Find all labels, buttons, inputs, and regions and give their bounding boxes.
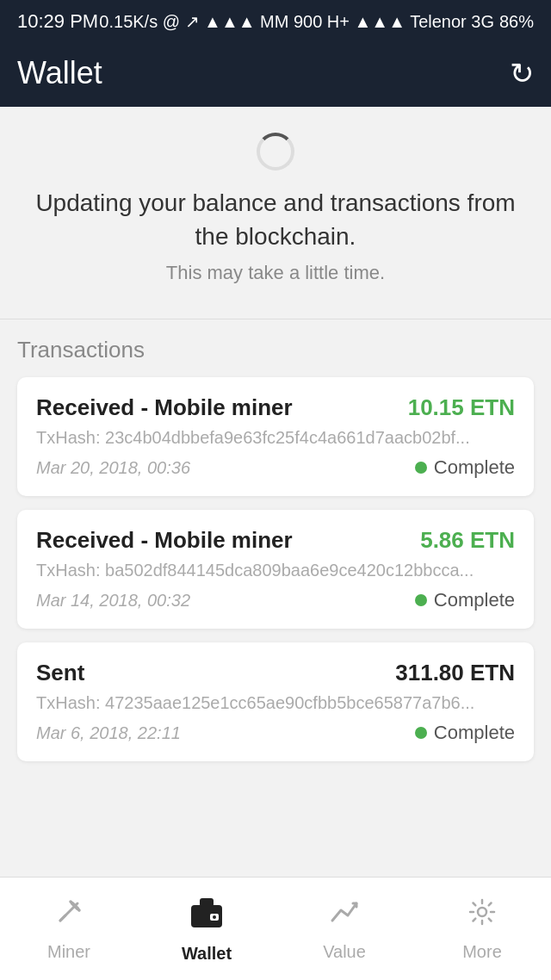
tx-amount-1: 10.15 ETN [408, 394, 515, 421]
sync-section: Updating your balance and transactions f… [0, 107, 551, 301]
tx-date-1: Mar 20, 2018, 00:36 [36, 458, 190, 478]
gear-icon [467, 896, 498, 935]
status-dot-3 [415, 727, 427, 739]
status-battery: 86% [499, 12, 534, 32]
status-bar: 10:29 PM 0.15K/s @ ↗ ▲▲▲ MM 900 H+ ▲▲▲ T… [0, 0, 551, 43]
status-dot-2 [415, 594, 427, 606]
status-dot-1 [415, 462, 427, 474]
tx-date-3: Mar 6, 2018, 22:11 [36, 723, 181, 743]
svg-line-1 [60, 915, 65, 921]
chart-icon [329, 896, 360, 935]
transactions-section: Transactions Received - Mobile miner 10.… [0, 319, 551, 877]
nav-item-more[interactable]: More [413, 878, 551, 980]
nav-label-wallet: Wallet [182, 944, 232, 964]
status-time: 10:29 PM [17, 10, 98, 33]
tx-hash-1: TxHash: 23c4b04dbbefa9e63fc25f4c4a661d7a… [36, 428, 515, 448]
tx-type-3: Sent [36, 660, 84, 686]
svg-rect-5 [200, 898, 214, 907]
transaction-card-2[interactable]: Received - Mobile miner 5.86 ETN TxHash:… [17, 510, 534, 629]
tx-hash-3: TxHash: 47235aae125e1cc65ae90cfbb5bce658… [36, 693, 515, 713]
tx-type-2: Received - Mobile miner [36, 527, 293, 554]
transactions-label: Transactions [17, 337, 534, 363]
bottom-nav: Miner Wallet Value [0, 877, 551, 980]
loading-spinner [257, 133, 294, 171]
pickaxe-icon [53, 896, 84, 935]
nav-item-wallet[interactable]: Wallet [138, 878, 276, 980]
transaction-card-1[interactable]: Received - Mobile miner 10.15 ETN TxHash… [17, 377, 534, 496]
status-network: 0.15K/s @ ↗ ▲▲▲ MM 900 H+ ▲▲▲ Telenor 3G [99, 11, 494, 32]
nav-item-miner[interactable]: Miner [0, 878, 138, 980]
nav-item-value[interactable]: Value [276, 878, 413, 980]
tx-date-2: Mar 14, 2018, 00:32 [36, 591, 190, 611]
tx-type-1: Received - Mobile miner [36, 394, 293, 421]
status-right: 0.15K/s @ ↗ ▲▲▲ MM 900 H+ ▲▲▲ Telenor 3G… [99, 11, 534, 32]
tx-amount-3: 311.80 ETN [395, 660, 515, 686]
tx-status-1: Complete [415, 456, 515, 479]
page-title: Wallet [17, 55, 102, 91]
nav-label-value: Value [323, 942, 366, 962]
tx-status-3: Complete [415, 722, 515, 744]
tx-amount-2: 5.86 ETN [420, 527, 515, 554]
transaction-card-3[interactable]: Sent 311.80 ETN TxHash: 47235aae125e1cc6… [17, 642, 534, 761]
refresh-button[interactable]: ↻ [510, 56, 534, 90]
svg-point-7 [213, 915, 216, 919]
tx-hash-2: TxHash: ba502df844145dca809baa6e9ce420c1… [36, 561, 515, 580]
tx-status-2: Complete [415, 589, 515, 611]
header: Wallet ↻ [0, 43, 551, 107]
svg-point-8 [478, 908, 486, 916]
nav-label-more: More [462, 942, 502, 962]
sync-submessage: This may take a little time. [166, 262, 385, 284]
wallet-icon [188, 895, 226, 937]
sync-message: Updating your balance and transactions f… [35, 186, 515, 253]
nav-label-miner: Miner [47, 942, 90, 962]
